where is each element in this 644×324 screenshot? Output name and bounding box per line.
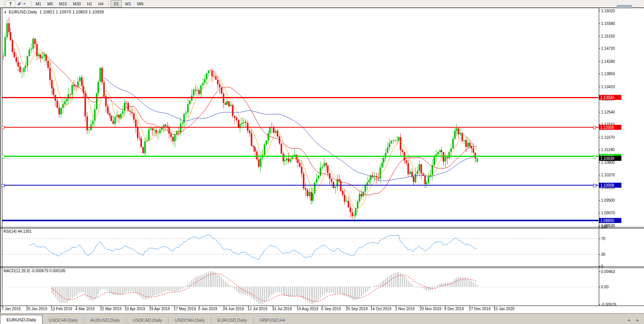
chart-tab-usdchf-daily[interactable]: USDCHF,Daily	[43, 316, 84, 324]
rsi-tick-mark	[599, 238, 600, 239]
chart-tab-bar: EURUSD,DailyUSDCHF,DailyAUDUSD,DailyUSDC…	[0, 313, 644, 324]
date-label: 27 Dec 2019	[469, 307, 491, 311]
line-drag-handle[interactable]	[593, 126, 596, 129]
line-price-tag: 1.12005	[599, 125, 621, 130]
pane-splitter[interactable]	[0, 266, 644, 267]
price-tick-label: 1.12540	[601, 110, 615, 114]
chart-title: ▼EURUSD,Daily 1.10821 1.10970 1.10803 1.…	[4, 10, 104, 14]
macd-tick-label: 0.00463	[601, 269, 615, 273]
date-label: 25 Sep 2019	[346, 307, 368, 311]
date-label: 22 Mar 2019	[100, 307, 121, 311]
price-tick-label: 1.16020	[601, 9, 615, 13]
date-label: 15 Jan 2020	[493, 307, 515, 311]
price-tick-label: 1.11240	[601, 148, 615, 152]
chart-canvas[interactable]	[0, 0, 644, 324]
price-tick-mark	[599, 74, 600, 74]
rsi-tick-mark	[599, 227, 600, 227]
price-tick-mark	[599, 213, 600, 213]
date-label: 5 Jun 2019	[198, 307, 218, 311]
date-label: 10 Apr 2019	[125, 307, 145, 311]
macd-tick-mark	[599, 287, 600, 287]
date-label: 12 Jul 2019	[247, 307, 267, 311]
date-label: 9 Dec 2019	[444, 307, 464, 311]
chart-tab-gbpusd-h4[interactable]: GBPUSD,H4	[254, 316, 291, 324]
chart-tab-usdcad-daily[interactable]: USDCAD,Daily	[126, 316, 168, 324]
horizontal-line-object[interactable]	[2, 127, 598, 128]
triangle-down-icon[interactable]: ▼	[4, 11, 7, 14]
price-tick-mark	[599, 175, 600, 175]
horizontal-line-object[interactable]	[2, 185, 598, 186]
macd-tick-mark	[599, 271, 600, 272]
rsi-indicator-label: RSI(14) 44.1301	[3, 229, 31, 234]
pane-splitter	[0, 268, 644, 268]
trading-terminal: T ▼ M1M5M15M30H1H4D1W1MN ▼EURUSD,Daily 1…	[0, 0, 644, 324]
date-label: 29 Apr 2019	[149, 307, 170, 311]
price-tick-mark	[599, 36, 600, 36]
date-label: 4 Mar 2019	[75, 307, 95, 311]
pane-splitter[interactable]	[0, 227, 644, 227]
price-tick-label: 1.09500	[601, 198, 615, 202]
macd-indicator-label: MACD(12,26,9) -0.000679 0.000185	[3, 269, 66, 273]
rsi-tick-label: 100	[601, 225, 608, 229]
date-label: 7 Jan 2019	[2, 307, 21, 311]
date-label: 1 Nov 2019	[395, 307, 415, 311]
chart-tab-usdcnh-daily[interactable]: USDCNH,Daily	[169, 316, 211, 324]
price-tick-mark	[599, 112, 600, 112]
date-label: 14 Oct 2019	[370, 307, 391, 311]
price-tick-mark	[599, 200, 600, 201]
line-price-tag: 1.10008	[599, 183, 621, 188]
tab-scroll-right-icon[interactable]: ▸	[637, 318, 639, 322]
price-tick-mark	[599, 61, 600, 62]
tab-scroll-left-icon[interactable]: ◂	[628, 318, 630, 322]
date-label: 13 Feb 2019	[51, 307, 72, 311]
horizontal-line-object[interactable]	[2, 156, 598, 157]
date-label: 6 Sep 2019	[321, 307, 341, 311]
price-tick-mark	[599, 23, 600, 24]
date-label: 20 Nov 2019	[420, 307, 441, 311]
rsi-tick-label: 0	[601, 264, 603, 268]
price-tick-label: 1.11670	[601, 135, 615, 139]
chart-scrollbar-thumb[interactable]	[617, 5, 632, 8]
date-label: 19 Aug 2019	[297, 307, 318, 311]
price-tick-label: 1.10800	[601, 160, 615, 164]
line-price-tag: 1.08800	[599, 218, 621, 223]
line-drag-handle[interactable]	[593, 155, 596, 158]
rsi-tick-mark	[599, 266, 600, 266]
price-tick-label: 1.10370	[601, 173, 615, 177]
pane-splitter	[0, 228, 644, 229]
date-label: 17 May 2019	[174, 307, 196, 311]
rsi-tick-label: 30	[601, 252, 605, 257]
price-tick-mark	[599, 150, 600, 150]
rsi-tick-mark	[599, 254, 600, 255]
price-tick-mark	[599, 48, 600, 49]
symbol-period-label: EURUSD,Daily	[9, 10, 37, 14]
macd-tick-label: -0.00529	[601, 303, 616, 307]
price-tick-label: 1.13410	[601, 84, 615, 89]
price-tick-label: 1.15580	[601, 21, 615, 26]
current-price-tag: 1.10939	[599, 156, 621, 161]
macd-tick-mark	[599, 304, 600, 305]
price-tick-mark	[599, 225, 600, 226]
macd-tick-label: 0.00	[601, 285, 608, 289]
date-label: 31 Jul 2019	[272, 307, 292, 311]
price-tick-label: 1.14280	[601, 59, 615, 63]
date-label: 25 Jan 2019	[26, 307, 47, 311]
tab-list: EURUSD,DailyUSDCHF,DailyAUDUSD,DailyUSDC…	[0, 314, 291, 324]
line-drag-handle[interactable]	[2, 155, 5, 158]
chart-tab-eurusd-daily[interactable]: EURUSD,Daily	[211, 316, 253, 324]
date-label: 24 Jun 2019	[223, 307, 244, 311]
price-tick-mark	[599, 87, 600, 87]
line-drag-handle[interactable]	[593, 184, 596, 187]
price-tick-mark	[599, 11, 600, 11]
price-tick-label: 1.09070	[601, 211, 615, 215]
line-drag-handle[interactable]	[2, 126, 5, 129]
chart-tab-audusd-daily[interactable]: AUDUSD,Daily	[84, 316, 126, 324]
line-drag-handle[interactable]	[2, 184, 5, 187]
price-tick-label: 1.13850	[601, 72, 615, 76]
chart-tab-eurusd-daily[interactable]: EURUSD,Daily	[0, 315, 43, 324]
horizontal-line-object[interactable]	[2, 220, 598, 221]
horizontal-line-object[interactable]	[2, 97, 598, 98]
price-tick-mark	[599, 137, 600, 138]
price-tick-mark	[599, 162, 600, 163]
line-price-tag: 1.13034	[599, 95, 621, 100]
